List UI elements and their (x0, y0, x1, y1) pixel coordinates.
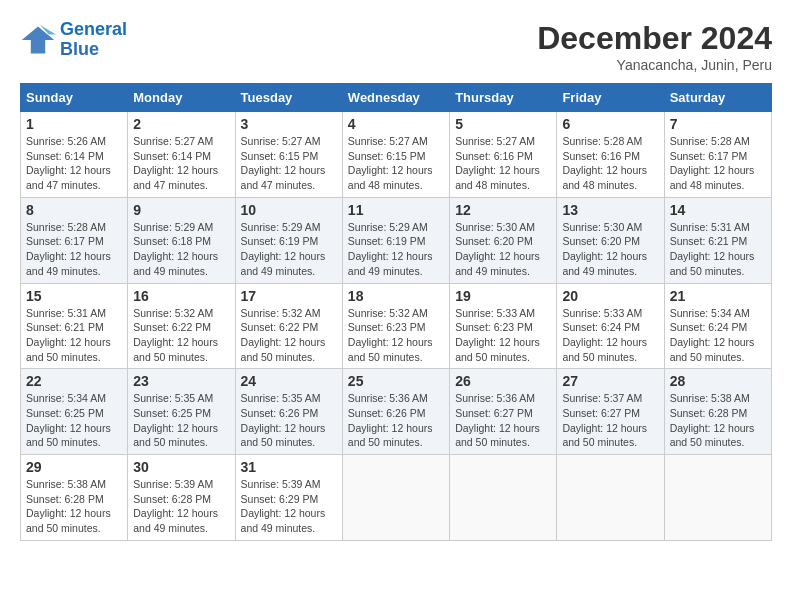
calendar-cell: 3Sunrise: 5:27 AMSunset: 6:15 PMDaylight… (235, 112, 342, 198)
day-info: Sunrise: 5:29 AMSunset: 6:18 PMDaylight:… (133, 221, 218, 277)
calendar-cell (342, 455, 449, 541)
calendar-week-row: 22Sunrise: 5:34 AMSunset: 6:25 PMDayligh… (21, 369, 772, 455)
day-number: 22 (26, 373, 122, 389)
day-info: Sunrise: 5:30 AMSunset: 6:20 PMDaylight:… (455, 221, 540, 277)
weekday-header-cell: Thursday (450, 84, 557, 112)
day-number: 30 (133, 459, 229, 475)
day-number: 2 (133, 116, 229, 132)
calendar-cell: 10Sunrise: 5:29 AMSunset: 6:19 PMDayligh… (235, 197, 342, 283)
day-number: 28 (670, 373, 766, 389)
day-number: 9 (133, 202, 229, 218)
day-number: 16 (133, 288, 229, 304)
day-info: Sunrise: 5:29 AMSunset: 6:19 PMDaylight:… (241, 221, 326, 277)
day-number: 5 (455, 116, 551, 132)
calendar-cell: 19Sunrise: 5:33 AMSunset: 6:23 PMDayligh… (450, 283, 557, 369)
day-number: 31 (241, 459, 337, 475)
calendar-cell: 31Sunrise: 5:39 AMSunset: 6:29 PMDayligh… (235, 455, 342, 541)
day-info: Sunrise: 5:32 AMSunset: 6:22 PMDaylight:… (133, 307, 218, 363)
day-number: 14 (670, 202, 766, 218)
day-number: 24 (241, 373, 337, 389)
logo-line2: Blue (60, 39, 99, 59)
calendar-cell: 21Sunrise: 5:34 AMSunset: 6:24 PMDayligh… (664, 283, 771, 369)
calendar-cell: 20Sunrise: 5:33 AMSunset: 6:24 PMDayligh… (557, 283, 664, 369)
calendar-week-row: 1Sunrise: 5:26 AMSunset: 6:14 PMDaylight… (21, 112, 772, 198)
weekday-header-cell: Wednesday (342, 84, 449, 112)
day-info: Sunrise: 5:27 AMSunset: 6:16 PMDaylight:… (455, 135, 540, 191)
weekday-header-cell: Sunday (21, 84, 128, 112)
weekday-header-cell: Tuesday (235, 84, 342, 112)
day-info: Sunrise: 5:27 AMSunset: 6:14 PMDaylight:… (133, 135, 218, 191)
calendar-cell: 23Sunrise: 5:35 AMSunset: 6:25 PMDayligh… (128, 369, 235, 455)
calendar-cell: 11Sunrise: 5:29 AMSunset: 6:19 PMDayligh… (342, 197, 449, 283)
day-number: 21 (670, 288, 766, 304)
calendar-cell: 16Sunrise: 5:32 AMSunset: 6:22 PMDayligh… (128, 283, 235, 369)
day-number: 15 (26, 288, 122, 304)
calendar-week-row: 15Sunrise: 5:31 AMSunset: 6:21 PMDayligh… (21, 283, 772, 369)
day-info: Sunrise: 5:28 AMSunset: 6:17 PMDaylight:… (670, 135, 755, 191)
day-number: 26 (455, 373, 551, 389)
day-info: Sunrise: 5:33 AMSunset: 6:24 PMDaylight:… (562, 307, 647, 363)
calendar-cell: 15Sunrise: 5:31 AMSunset: 6:21 PMDayligh… (21, 283, 128, 369)
day-info: Sunrise: 5:33 AMSunset: 6:23 PMDaylight:… (455, 307, 540, 363)
day-number: 13 (562, 202, 658, 218)
location-subtitle: Yanacancha, Junin, Peru (537, 57, 772, 73)
day-info: Sunrise: 5:37 AMSunset: 6:27 PMDaylight:… (562, 392, 647, 448)
calendar-cell (450, 455, 557, 541)
day-info: Sunrise: 5:32 AMSunset: 6:23 PMDaylight:… (348, 307, 433, 363)
calendar-cell: 12Sunrise: 5:30 AMSunset: 6:20 PMDayligh… (450, 197, 557, 283)
calendar-cell: 2Sunrise: 5:27 AMSunset: 6:14 PMDaylight… (128, 112, 235, 198)
calendar-cell: 9Sunrise: 5:29 AMSunset: 6:18 PMDaylight… (128, 197, 235, 283)
day-info: Sunrise: 5:38 AMSunset: 6:28 PMDaylight:… (26, 478, 111, 534)
day-info: Sunrise: 5:39 AMSunset: 6:28 PMDaylight:… (133, 478, 218, 534)
calendar-cell: 18Sunrise: 5:32 AMSunset: 6:23 PMDayligh… (342, 283, 449, 369)
day-info: Sunrise: 5:34 AMSunset: 6:25 PMDaylight:… (26, 392, 111, 448)
day-number: 23 (133, 373, 229, 389)
day-number: 3 (241, 116, 337, 132)
weekday-header-cell: Saturday (664, 84, 771, 112)
day-number: 19 (455, 288, 551, 304)
day-number: 20 (562, 288, 658, 304)
calendar-cell: 13Sunrise: 5:30 AMSunset: 6:20 PMDayligh… (557, 197, 664, 283)
day-info: Sunrise: 5:35 AMSunset: 6:26 PMDaylight:… (241, 392, 326, 448)
logo-text: General Blue (60, 20, 127, 60)
day-info: Sunrise: 5:31 AMSunset: 6:21 PMDaylight:… (670, 221, 755, 277)
logo: General Blue (20, 20, 127, 60)
calendar-cell: 29Sunrise: 5:38 AMSunset: 6:28 PMDayligh… (21, 455, 128, 541)
calendar-week-row: 29Sunrise: 5:38 AMSunset: 6:28 PMDayligh… (21, 455, 772, 541)
day-number: 29 (26, 459, 122, 475)
day-info: Sunrise: 5:29 AMSunset: 6:19 PMDaylight:… (348, 221, 433, 277)
day-info: Sunrise: 5:39 AMSunset: 6:29 PMDaylight:… (241, 478, 326, 534)
day-number: 8 (26, 202, 122, 218)
calendar-cell: 26Sunrise: 5:36 AMSunset: 6:27 PMDayligh… (450, 369, 557, 455)
day-number: 25 (348, 373, 444, 389)
day-info: Sunrise: 5:28 AMSunset: 6:16 PMDaylight:… (562, 135, 647, 191)
calendar-cell: 7Sunrise: 5:28 AMSunset: 6:17 PMDaylight… (664, 112, 771, 198)
calendar-cell (664, 455, 771, 541)
calendar-cell (557, 455, 664, 541)
calendar-cell: 14Sunrise: 5:31 AMSunset: 6:21 PMDayligh… (664, 197, 771, 283)
day-info: Sunrise: 5:31 AMSunset: 6:21 PMDaylight:… (26, 307, 111, 363)
calendar-cell: 8Sunrise: 5:28 AMSunset: 6:17 PMDaylight… (21, 197, 128, 283)
day-info: Sunrise: 5:27 AMSunset: 6:15 PMDaylight:… (241, 135, 326, 191)
logo-line1: General (60, 19, 127, 39)
weekday-header-row: SundayMondayTuesdayWednesdayThursdayFrid… (21, 84, 772, 112)
calendar-cell: 22Sunrise: 5:34 AMSunset: 6:25 PMDayligh… (21, 369, 128, 455)
day-number: 18 (348, 288, 444, 304)
calendar-cell: 5Sunrise: 5:27 AMSunset: 6:16 PMDaylight… (450, 112, 557, 198)
day-info: Sunrise: 5:32 AMSunset: 6:22 PMDaylight:… (241, 307, 326, 363)
day-number: 4 (348, 116, 444, 132)
weekday-header-cell: Monday (128, 84, 235, 112)
calendar-cell: 25Sunrise: 5:36 AMSunset: 6:26 PMDayligh… (342, 369, 449, 455)
calendar-table: SundayMondayTuesdayWednesdayThursdayFrid… (20, 83, 772, 541)
day-number: 17 (241, 288, 337, 304)
weekday-header-cell: Friday (557, 84, 664, 112)
day-number: 27 (562, 373, 658, 389)
day-info: Sunrise: 5:38 AMSunset: 6:28 PMDaylight:… (670, 392, 755, 448)
day-info: Sunrise: 5:30 AMSunset: 6:20 PMDaylight:… (562, 221, 647, 277)
day-info: Sunrise: 5:26 AMSunset: 6:14 PMDaylight:… (26, 135, 111, 191)
day-number: 1 (26, 116, 122, 132)
title-block: December 2024 Yanacancha, Junin, Peru (537, 20, 772, 73)
calendar-cell: 1Sunrise: 5:26 AMSunset: 6:14 PMDaylight… (21, 112, 128, 198)
day-info: Sunrise: 5:34 AMSunset: 6:24 PMDaylight:… (670, 307, 755, 363)
day-info: Sunrise: 5:36 AMSunset: 6:27 PMDaylight:… (455, 392, 540, 448)
